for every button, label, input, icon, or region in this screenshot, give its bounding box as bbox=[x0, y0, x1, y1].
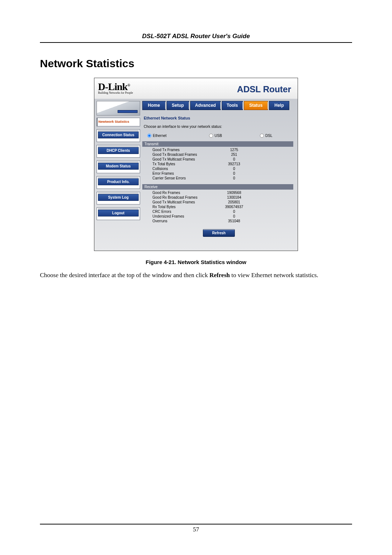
device-image bbox=[97, 101, 140, 116]
page-number: 57 bbox=[193, 526, 199, 533]
receive-table: Good Rx Frames1909568 Good Rx Broadcast … bbox=[152, 190, 250, 223]
stat-value: 0 bbox=[218, 209, 250, 214]
screenshot-header: D-Link® Building Networks for People ADS… bbox=[94, 78, 298, 99]
stat-value: 0 bbox=[218, 171, 250, 176]
radio-usb-input[interactable] bbox=[209, 134, 213, 138]
stat-label: Undersized Frames bbox=[152, 214, 218, 219]
stat-label: Collisions bbox=[152, 166, 218, 171]
page-footer: 57 bbox=[40, 524, 352, 533]
tab-advanced[interactable]: Advanced bbox=[190, 101, 221, 110]
radio-ethernet[interactable]: Ethernet bbox=[147, 134, 209, 138]
sidebar-item-logout[interactable]: Logout bbox=[98, 210, 139, 216]
table-row: CRC Errors0 bbox=[152, 209, 250, 214]
stat-value: 1909568 bbox=[218, 190, 250, 195]
transmit-table: Good Tx Frames1275 Good Tx Broadcast Fra… bbox=[152, 147, 250, 181]
tab-setup[interactable]: Setup bbox=[167, 101, 189, 110]
body-text-post: to view Ethernet network statistics. bbox=[230, 272, 318, 279]
stat-value: 0 bbox=[218, 157, 250, 162]
sidebar: Newtwork Statistics Connection Status DH… bbox=[94, 99, 142, 237]
stat-label: Tx Total Bytes bbox=[152, 162, 218, 166]
table-row: Error Frames0 bbox=[152, 171, 250, 176]
stat-label: Good Tx Frames bbox=[152, 147, 218, 152]
section-title: Network Statistics bbox=[40, 57, 352, 70]
stat-value: 0 bbox=[218, 166, 250, 171]
radio-ethernet-input[interactable] bbox=[147, 134, 151, 138]
radio-dsl-input[interactable] bbox=[260, 134, 264, 138]
stat-value: 251 bbox=[218, 152, 250, 157]
radio-dsl-label: DSL bbox=[265, 134, 272, 138]
sidebar-item-connection-status[interactable]: Connection Status bbox=[98, 131, 139, 138]
stat-label: Overruns bbox=[152, 219, 218, 223]
sidebar-item-product-info[interactable]: Product Info. bbox=[98, 178, 139, 185]
table-row: Undersized Frames0 bbox=[152, 214, 250, 219]
top-tabs: Home Setup Advanced Tools Status Help bbox=[142, 99, 295, 116]
table-row: Rx Total Bytes390674937 bbox=[152, 204, 250, 209]
stat-label: CRC Errors bbox=[152, 209, 218, 214]
table-row: Overruns351048 bbox=[152, 219, 250, 223]
stat-value: 1300184 bbox=[218, 195, 250, 200]
stat-value: 0 bbox=[218, 214, 250, 219]
refresh-wrap: Refresh bbox=[142, 224, 295, 237]
doc-header: DSL-502T ADSL Router User's Guide bbox=[40, 33, 352, 42]
table-row: Tx Total Bytes392713 bbox=[152, 162, 250, 166]
sidebar-group-4: Product Info. bbox=[97, 176, 140, 189]
sidebar-item-modem-status[interactable]: Modem Status bbox=[98, 163, 139, 170]
table-row: Good Tx Broadcast Frames251 bbox=[152, 152, 250, 157]
stat-value: 392713 bbox=[218, 162, 250, 166]
figure-caption: Figure 4-21. Network Statistics window bbox=[40, 259, 352, 265]
table-row: Good Tx Multicast Frames205801 bbox=[152, 200, 250, 204]
stat-value: 390674937 bbox=[218, 204, 250, 209]
footer-rule bbox=[40, 524, 352, 524]
stat-label: Error Frames bbox=[152, 171, 218, 176]
table-row: Good Tx Frames1275 bbox=[152, 147, 250, 152]
brand-logo: D-Link® Building Networks for People bbox=[98, 81, 133, 94]
stat-label: Good Tx Multicast Frames bbox=[152, 200, 218, 204]
receive-header: Receive bbox=[142, 184, 293, 190]
panel-title: Ethernet Network Status bbox=[144, 116, 295, 120]
interface-radios: Ethernet USB DSL bbox=[147, 134, 295, 138]
stat-value: 205801 bbox=[218, 200, 250, 204]
stat-label: Good Tx Broadcast Frames bbox=[152, 152, 218, 157]
table-row: Carrier Sense Errors0 bbox=[152, 176, 250, 181]
stat-value: 351048 bbox=[218, 219, 250, 223]
radio-dsl[interactable]: DSL bbox=[260, 134, 272, 138]
screenshot-body: Newtwork Statistics Connection Status DH… bbox=[94, 99, 298, 251]
table-row: Good Rx Frames1909568 bbox=[152, 190, 250, 195]
stat-label: Good Tx Multicast Frames bbox=[152, 157, 218, 162]
main-panel: Home Setup Advanced Tools Status Help Et… bbox=[142, 99, 298, 237]
sidebar-group-1: Connection Status bbox=[97, 129, 140, 142]
stat-label: Good Rx Frames bbox=[152, 190, 218, 195]
header-rule bbox=[40, 42, 352, 43]
tab-status[interactable]: Status bbox=[244, 101, 268, 110]
stat-value: 0 bbox=[218, 176, 250, 181]
sidebar-group-3: Modem Status bbox=[97, 161, 140, 173]
brand-name: D-Link bbox=[98, 81, 127, 92]
sidebar-current: Newtwork Statistics bbox=[97, 118, 140, 126]
sidebar-group-2: DHCP Clients bbox=[97, 145, 140, 158]
radio-usb[interactable]: USB bbox=[209, 134, 260, 138]
refresh-button[interactable]: Refresh bbox=[203, 229, 235, 237]
stat-value: 1275 bbox=[218, 147, 250, 152]
body-text-bold: Refresh bbox=[209, 272, 230, 279]
document-page: DSL-502T ADSL Router User's Guide Networ… bbox=[0, 0, 392, 555]
table-row: Good Tx Multicast Frames0 bbox=[152, 157, 250, 162]
brand-tagline: Building Networks for People bbox=[98, 91, 133, 94]
transmit-header: Transmit bbox=[142, 141, 293, 147]
router-screenshot: D-Link® Building Networks for People ADS… bbox=[94, 78, 298, 251]
sidebar-group-5: System Log bbox=[97, 192, 140, 204]
tab-home[interactable]: Home bbox=[142, 101, 166, 110]
stat-label: Rx Total Bytes bbox=[152, 204, 218, 209]
tab-help[interactable]: Help bbox=[269, 101, 289, 110]
radio-ethernet-label: Ethernet bbox=[153, 134, 167, 138]
tab-tools[interactable]: Tools bbox=[222, 101, 243, 110]
stat-label: Carrier Sense Errors bbox=[152, 176, 218, 181]
body-text-pre: Choose the desired interface at the top … bbox=[40, 272, 209, 279]
sidebar-item-dhcp-clients[interactable]: DHCP Clients bbox=[98, 147, 139, 154]
table-row: Good Rx Broadcast Frames1300184 bbox=[152, 195, 250, 200]
table-row: Collisions0 bbox=[152, 166, 250, 171]
radio-usb-label: USB bbox=[215, 134, 222, 138]
body-paragraph: Choose the desired interface at the top … bbox=[40, 271, 352, 280]
sidebar-item-system-log[interactable]: System Log bbox=[98, 194, 139, 201]
router-title: ADSL Router bbox=[237, 84, 291, 94]
sidebar-group-6: Logout bbox=[97, 207, 140, 220]
